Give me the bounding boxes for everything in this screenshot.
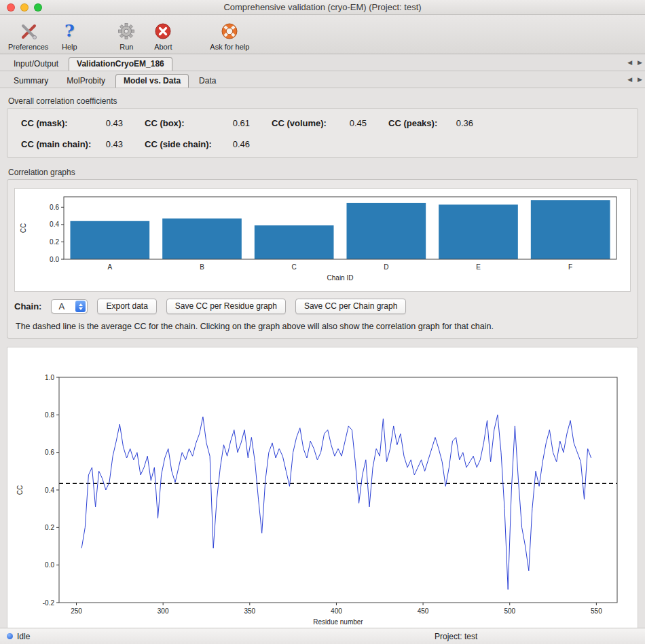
svg-text:0.2: 0.2 (45, 524, 54, 531)
close-window-button[interactable] (7, 3, 15, 12)
graphs-section-title: Correlation graphs (8, 168, 637, 177)
tab-scroll-right-icon[interactable]: ▶ (638, 76, 642, 83)
abort-button[interactable]: Abort (145, 21, 181, 51)
cc-per-chain-bar-chart[interactable]: 0.00.20.40.6ABCDEFChain IDCC (15, 189, 630, 289)
zoom-window-button[interactable] (34, 3, 42, 12)
help-button[interactable]: ? Help (51, 21, 88, 51)
svg-text:A: A (107, 263, 112, 271)
tab-model-vs-data[interactable]: Model vs. Data (115, 74, 189, 88)
coefficients-section-title: Overall correlation coefficients (8, 96, 637, 106)
svg-text:450: 450 (418, 607, 429, 615)
cc-side-chain: CC (side chain): 0.46 (145, 139, 250, 149)
coefficients-groupbox: CC (mask): 0.43 CC (box): 0.61 CC (volum… (7, 108, 638, 158)
run-gear-icon (117, 21, 135, 41)
toolbar: Preferences ? Help Run (0, 15, 645, 54)
tab-input-output[interactable]: Input/Output (5, 57, 67, 71)
main-content: Overall correlation coefficients CC (mas… (0, 88, 645, 635)
svg-text:0.8: 0.8 (45, 411, 54, 419)
cc-peaks: CC (peaks): 0.36 (388, 118, 473, 128)
svg-text:0.0: 0.0 (45, 561, 54, 569)
svg-text:350: 350 (244, 607, 255, 615)
svg-text:0.4: 0.4 (45, 487, 54, 494)
tab-scroll-right-icon[interactable]: ▶ (638, 59, 642, 66)
svg-text:0.6: 0.6 (50, 204, 59, 211)
svg-text:400: 400 (331, 607, 342, 615)
cc-per-residue-chart-panel: -0.20.00.20.40.60.81.0250300350400450500… (7, 347, 638, 635)
svg-text:D: D (384, 263, 388, 271)
abort-x-icon (154, 21, 172, 41)
svg-text:CC: CC (16, 485, 24, 495)
save-cc-chain-graph-button[interactable]: Save CC per Chain graph (295, 299, 406, 314)
preferences-tools-icon (19, 21, 38, 41)
cc-box: CC (box): 0.61 (145, 118, 250, 128)
title-bar: Comprehensive validation (cryo-EM) (Proj… (0, 0, 645, 15)
app-window: { "window": { "title": "Comprehensive va… (0, 0, 645, 644)
chain-select-value: A (58, 301, 64, 311)
toolbar-item-label: Help (62, 43, 77, 51)
svg-text:Residue number: Residue number (313, 618, 363, 626)
chain-select[interactable]: A (51, 299, 88, 314)
chain-controls: Chain: A Export data Save CC per Residue… (14, 299, 631, 314)
project-label: Project: test (435, 632, 477, 641)
status-bar: Idle Project: test (0, 628, 645, 644)
secondary-tab-bar: Summary MolProbity Model vs. Data Data ◀… (0, 71, 645, 88)
dashed-line-note: The dashed line is the average CC for th… (16, 322, 629, 331)
toolbar-item-label: Ask for help (210, 43, 249, 51)
svg-text:0.0: 0.0 (50, 256, 59, 263)
svg-text:300: 300 (158, 607, 169, 615)
cc-mask: CC (mask): 0.43 (21, 118, 123, 128)
preferences-button[interactable]: Preferences (5, 21, 51, 51)
ask-for-help-button[interactable]: Ask for help (207, 21, 252, 51)
save-cc-residue-graph-button[interactable]: Save CC per Residue graph (166, 299, 286, 314)
window-title: Comprehensive validation (cryo-EM) (Proj… (223, 2, 421, 12)
svg-text:E: E (476, 263, 481, 271)
svg-text:CC: CC (20, 223, 27, 233)
svg-text:-0.2: -0.2 (43, 599, 55, 607)
tab-summary[interactable]: Summary (5, 74, 56, 88)
tab-validation-cryoem[interactable]: ValidationCryoEM_186 (69, 57, 172, 71)
coefficients-grid: CC (mask): 0.43 CC (box): 0.61 CC (volum… (14, 115, 631, 151)
select-stepper-icon (75, 301, 86, 312)
svg-text:F: F (568, 263, 572, 271)
toolbar-item-label: Preferences (8, 43, 48, 51)
svg-text:0.6: 0.6 (45, 449, 54, 456)
primary-tab-bar: Input/Output ValidationCryoEM_186 ◀▶ (0, 54, 645, 71)
lifebuoy-icon (220, 21, 239, 41)
tab-molprobity[interactable]: MolProbity (58, 74, 113, 88)
svg-text:B: B (200, 263, 204, 271)
svg-text:0.2: 0.2 (50, 238, 59, 246)
toolbar-item-label: Abort (154, 43, 172, 51)
tab-data[interactable]: Data (191, 74, 224, 88)
chain-label: Chain: (14, 301, 41, 311)
run-button[interactable]: Run (108, 21, 145, 51)
secondary-tab-nav: ◀▶ (627, 76, 642, 83)
graphs-groupbox: 0.00.20.40.6ABCDEFChain IDCC Chain: A Ex… (7, 179, 638, 339)
cc-volume: CC (volume): 0.45 (272, 118, 367, 128)
minimize-window-button[interactable] (20, 3, 29, 12)
svg-text:550: 550 (591, 607, 602, 615)
export-data-button[interactable]: Export data (97, 299, 156, 314)
primary-tab-nav: ◀▶ (627, 59, 642, 66)
toolbar-item-label: Run (119, 43, 133, 51)
cc-per-residue-line-chart: -0.20.00.20.40.60.81.0250300350400450500… (7, 347, 636, 632)
tab-scroll-left-icon[interactable]: ◀ (627, 59, 632, 66)
cc-per-chain-chart-panel: 0.00.20.40.6ABCDEFChain IDCC (14, 188, 631, 292)
svg-text:1.0: 1.0 (45, 374, 54, 381)
svg-text:C: C (292, 263, 297, 271)
svg-text:0.4: 0.4 (50, 221, 59, 228)
svg-text:Chain ID: Chain ID (327, 274, 354, 282)
help-question-icon: ? (64, 21, 75, 41)
tab-scroll-left-icon[interactable]: ◀ (627, 76, 632, 83)
cc-main-chain: CC (main chain): 0.43 (21, 139, 123, 149)
traffic-lights (7, 3, 42, 12)
svg-text:250: 250 (71, 607, 82, 615)
status-dot-icon (7, 633, 13, 639)
status-text: Idle (17, 632, 30, 641)
svg-text:500: 500 (504, 607, 515, 615)
